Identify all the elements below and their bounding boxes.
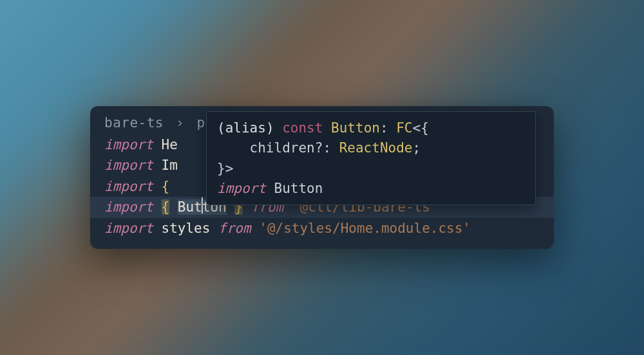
brace-open: { bbox=[162, 199, 170, 215]
tooltip-line: children?: ReactNode; bbox=[217, 138, 525, 159]
brace: { bbox=[153, 179, 178, 194]
tooltip-line: }> bbox=[217, 159, 525, 179]
breadcrumb-segment[interactable]: bare-ts bbox=[104, 115, 164, 131]
code-editor-panel: bare-ts › pa import He import Im import … bbox=[90, 106, 554, 250]
hover-tooltip: (alias) const Button: FC<{ children?: Re… bbox=[206, 111, 536, 205]
identifier-part: But bbox=[178, 199, 202, 215]
keyword-import: import bbox=[104, 199, 153, 215]
string-literal: '@/styles/Home.module.css' bbox=[259, 221, 471, 236]
chevron-right-icon: › bbox=[176, 115, 184, 131]
keyword-import: import bbox=[104, 158, 153, 173]
identifier: He bbox=[153, 137, 178, 152]
code-line[interactable]: import styles from '@/styles/Home.module… bbox=[104, 218, 540, 239]
keyword-import: import bbox=[104, 179, 153, 194]
keyword-import: import bbox=[104, 221, 153, 236]
identifier: Im bbox=[153, 158, 178, 173]
tooltip-line: (alias) const Button: FC<{ bbox=[217, 118, 525, 139]
identifier: styles bbox=[162, 221, 211, 236]
keyword-from: from bbox=[218, 221, 251, 236]
tooltip-line: import Button bbox=[217, 179, 525, 199]
keyword-import: import bbox=[104, 137, 153, 152]
